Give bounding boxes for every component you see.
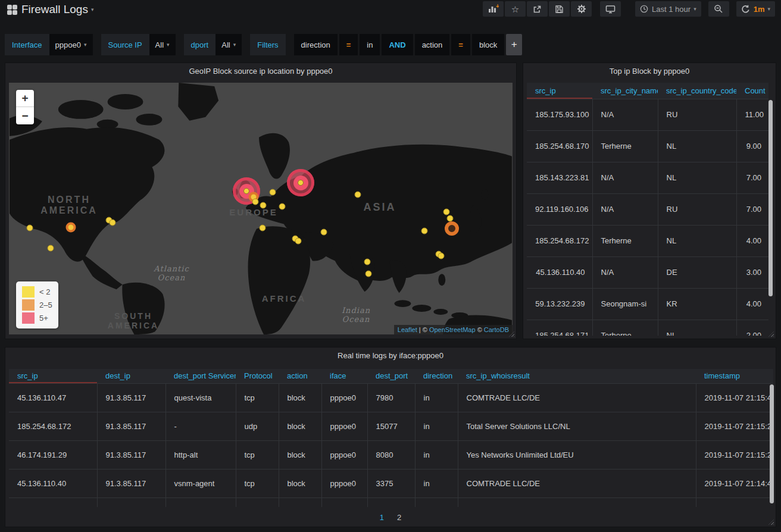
map-zoom-in-button[interactable]: + — [16, 90, 34, 107]
map-marker-dot[interactable] — [270, 189, 276, 196]
map-marker-odot[interactable] — [66, 223, 76, 233]
add-panel-icon: + — [488, 4, 499, 14]
dashboard-title[interactable]: Firewall Logs ▾ — [21, 3, 93, 16]
add-filter-button[interactable]: + — [506, 34, 522, 55]
column-header[interactable]: Protocol — [236, 369, 279, 383]
column-header[interactable]: src_ip — [9, 369, 97, 383]
map-zoom-control: + − — [16, 90, 34, 124]
scrollbar[interactable] — [770, 384, 774, 503]
page-link[interactable]: 2 — [397, 513, 401, 522]
filter-item[interactable]: in — [360, 34, 380, 55]
column-header[interactable]: src_ip_country_code — [658, 83, 736, 99]
table-cell: in — [415, 383, 458, 412]
zoom-out-button[interactable] — [708, 1, 729, 17]
variable-source-ip-value[interactable]: All▾ — [149, 34, 176, 55]
map-marker-dot[interactable] — [355, 192, 361, 198]
openstreetmap-link[interactable]: OpenStreetMap — [429, 326, 476, 333]
save-icon — [555, 5, 564, 14]
map-marker-dot[interactable] — [279, 204, 286, 210]
map-region-label: SOUTH AMERICA — [108, 311, 159, 330]
geoip-panel-title[interactable]: GeoIP Block source ip location by pppoe0 — [5, 63, 516, 80]
filter-item[interactable]: action — [415, 34, 450, 55]
map-marker-dot[interactable] — [447, 215, 454, 222]
table-cell: quest-vista — [165, 383, 236, 412]
panel-resize-handle[interactable] — [768, 331, 774, 337]
clock-icon — [640, 5, 648, 13]
map-marker-dot[interactable] — [110, 220, 116, 226]
table-cell: in — [415, 440, 458, 469]
star-button[interactable]: ☆ — [505, 1, 526, 17]
column-header[interactable]: dest_ip — [97, 369, 165, 383]
table-row: 185.143.223.81N/ANL7.00 — [527, 162, 768, 193]
table-pagination: 12 — [5, 513, 776, 522]
map-marker-dot[interactable] — [295, 238, 302, 245]
table-cell: COMTRADE LLC/DE — [458, 469, 696, 497]
map-marker-dot[interactable] — [365, 271, 372, 277]
filter-item[interactable]: = — [339, 34, 358, 55]
map-attribution: Leaflet | © OpenStreetMap © CartoDB — [394, 325, 513, 334]
column-header[interactable]: iface — [321, 369, 367, 383]
column-header[interactable]: src_ip — [527, 83, 592, 99]
column-header[interactable]: dest_port Servicename — [165, 369, 236, 383]
map-marker-dot[interactable] — [438, 253, 445, 259]
filter-item[interactable]: = — [451, 34, 470, 55]
cycle-view-button[interactable] — [600, 1, 621, 17]
world-map[interactable]: NORTH AMERICAEUROPEASIAAFRICASOUTH AMERI… — [9, 83, 513, 334]
settings-button[interactable] — [571, 1, 592, 17]
map-marker-dot[interactable] — [252, 199, 259, 205]
column-header[interactable]: timestamp — [696, 369, 773, 383]
column-header[interactable]: direction — [415, 369, 458, 383]
table-cell: 7.00 — [736, 162, 768, 193]
time-range-label: Last 1 hour — [652, 5, 691, 14]
map-marker-dot[interactable] — [321, 229, 327, 236]
column-header[interactable]: src_ip_whoisresult — [458, 369, 696, 383]
table-cell: pppoe0 — [321, 497, 367, 507]
page-link[interactable]: 1 — [380, 513, 384, 522]
logs-panel-title[interactable]: Real time logs by iface:pppoe0 — [5, 348, 776, 364]
navbar: Firewall Logs ▾ + ☆ — [0, 0, 781, 20]
legend-label: 2–5 — [39, 301, 52, 309]
filter-item[interactable]: block — [472, 34, 504, 55]
table-cell: http-alt — [165, 440, 236, 469]
table-cell: 2.00 — [736, 320, 768, 336]
time-range-picker[interactable]: Last 1 hour ▾ — [635, 1, 701, 17]
table-cell: 45.136.110.40 — [527, 256, 592, 288]
grafana-logo-icon[interactable] — [7, 5, 17, 15]
map-marker-ring[interactable] — [445, 221, 459, 236]
table-cell: 91.3.85.117 — [97, 497, 165, 507]
column-header[interactable]: dest_port — [367, 369, 415, 383]
save-button[interactable] — [549, 1, 570, 17]
map-marker-dot[interactable] — [364, 259, 371, 265]
share-icon — [533, 5, 542, 14]
map-zoom-out-button[interactable]: − — [16, 107, 34, 124]
filter-item[interactable]: AND — [382, 34, 413, 55]
table-row: 185.254.68.171TerherneNL2.00 — [527, 320, 768, 336]
map-marker-dot[interactable] — [443, 209, 450, 215]
map-marker-dot[interactable] — [260, 202, 267, 209]
variable-interface-value[interactable]: pppoe0▾ — [49, 34, 93, 55]
cartodb-link[interactable]: CartoDB — [484, 326, 509, 333]
scrollbar[interactable] — [768, 100, 773, 296]
table-cell: 91.3.85.117 — [97, 412, 165, 440]
column-header[interactable]: src_ip_city_name — [592, 83, 658, 99]
map-marker-dot[interactable] — [27, 225, 33, 231]
map-marker-dot[interactable] — [421, 228, 428, 234]
map-marker-bullseye[interactable] — [287, 169, 314, 196]
table-row: 185.254.68.172TerherneNL4.00 — [527, 225, 768, 256]
column-header[interactable]: Count — [736, 83, 768, 99]
variable-dport-value[interactable]: All▾ — [215, 34, 242, 55]
table-cell: tcp — [236, 497, 279, 507]
filter-item[interactable]: direction — [294, 34, 338, 55]
top-ip-panel-title[interactable]: Top ip Block by pppoe0 — [523, 63, 776, 80]
map-marker-dot[interactable] — [48, 245, 54, 252]
table-cell: COMTRADE LLC/DE — [458, 383, 696, 412]
column-header[interactable]: action — [279, 369, 321, 383]
leaflet-link[interactable]: Leaflet — [398, 326, 417, 333]
refresh-picker[interactable]: 1m ▾ — [736, 1, 775, 17]
map-marker-dot[interactable] — [260, 225, 266, 231]
filter-items: direction=inANDaction=block — [294, 34, 507, 55]
add-panel-button[interactable]: + — [483, 1, 504, 17]
table-cell: tcp — [236, 440, 279, 469]
share-button[interactable] — [527, 1, 548, 17]
variable-dport-label: dport — [184, 34, 216, 55]
